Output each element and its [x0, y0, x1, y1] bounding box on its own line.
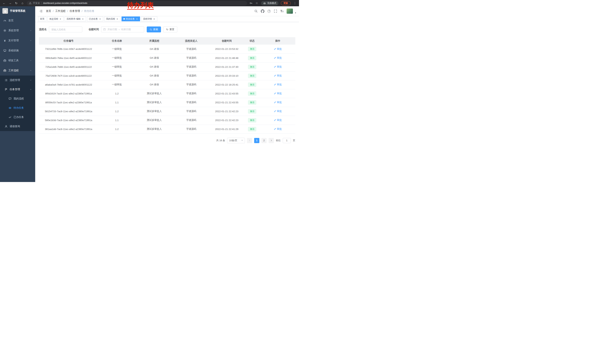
page-size-select[interactable]: 10条/页 — [227, 138, 245, 143]
approve-link[interactable]: 审批 — [274, 47, 282, 51]
approve-link[interactable]: 审批 — [274, 65, 282, 68]
sidebar-item-home[interactable]: 首页 — [0, 16, 35, 25]
close-icon[interactable]: × — [153, 18, 155, 20]
cell-actions: 审批 — [260, 125, 295, 133]
create-time-label: 创建时间 — [89, 28, 99, 31]
start-date-placeholder: 开始日期 — [108, 28, 117, 31]
approve-link[interactable]: 审批 — [274, 119, 282, 122]
process-name-input[interactable] — [49, 26, 82, 32]
approve-link[interactable]: 审批 — [274, 92, 282, 95]
approve-link[interactable]: 审批 — [274, 110, 282, 113]
sidebar-item-label: 请假查询 — [10, 125, 32, 128]
col-process: 所属流程 — [136, 37, 173, 45]
breadcrumb-item-todo-tasks: 待办任务 — [84, 9, 94, 13]
sidebar-item-my-process[interactable]: 我的流程 — [0, 94, 35, 103]
sidebar-item-system[interactable]: 系统管理 — [0, 25, 35, 36]
edit-pencil-icon — [274, 101, 276, 104]
fullscreen-icon[interactable] — [274, 9, 277, 13]
approve-link[interactable]: 审批 — [274, 56, 282, 60]
sidebar-item-leave-query[interactable]: 请假查询 — [0, 122, 35, 131]
tab-start-process[interactable]: 发起流程 × — [47, 16, 64, 21]
sidebar-item-task-management[interactable]: 任务管理 — [0, 85, 35, 94]
password-key-icon[interactable] — [249, 2, 252, 5]
search-icon[interactable] — [254, 9, 258, 13]
sidebar-item-infrastructure[interactable]: 基础设施 — [0, 46, 35, 56]
user-avatar[interactable] — [287, 8, 293, 14]
date-range-picker[interactable]: 开始日期 - 结束日期 — [101, 26, 144, 32]
sidebar-item-payment[interactable]: ¥ 支付管理 — [0, 36, 35, 46]
next-page-button[interactable] — [269, 138, 274, 143]
browser-menu-icon[interactable]: ⋮ — [293, 1, 297, 5]
cell-initiator: 芋道源码 — [173, 62, 209, 71]
cell-task-id: 381aa1dd-7ac8-11ec-a9e2-a2380e71991a — [39, 125, 98, 133]
cell-initiator: 芋道源码 — [173, 54, 209, 62]
status-badge: 激活 — [248, 47, 256, 51]
reset-button[interactable]: ↻ 重置 — [163, 26, 177, 32]
prev-page-button[interactable] — [247, 138, 252, 143]
app-logo-image — [2, 8, 8, 14]
search-button[interactable]: 搜索 — [147, 26, 161, 32]
browser-back-icon[interactable]: ← — [2, 1, 6, 5]
cell-status: 激活 — [244, 54, 260, 62]
approve-link[interactable]: 审批 — [274, 83, 282, 86]
font-size-icon[interactable]: TT — [280, 10, 283, 13]
sidebar-collapse-icon[interactable] — [39, 9, 43, 13]
github-icon[interactable] — [261, 9, 264, 13]
sidebar-item-todo-tasks[interactable]: 待办任务 — [0, 103, 35, 113]
browser-reload-icon[interactable]: ↻ — [15, 1, 18, 5]
help-icon[interactable]: ? — [267, 10, 271, 13]
sidebar-item-process-management[interactable]: 流程管理 — [0, 75, 35, 85]
app-logo[interactable]: 芋道管理系统 — [0, 6, 35, 16]
breadcrumb-item-workflow[interactable]: 工作流程 — [55, 9, 66, 13]
table-row: a6aba0a4-7b6d-11ec-b781-acde48001122 一级审… — [39, 80, 295, 89]
update-button[interactable]: 更新 — [281, 1, 291, 5]
dashboard-icon — [3, 19, 6, 22]
edit-pencil-icon — [274, 110, 276, 112]
app-shell: 芋道管理系统 首页 系统管理 ¥ 支付管理 基础设施 — [0, 6, 299, 182]
close-icon[interactable]: × — [116, 18, 119, 20]
address-bar[interactable]: 不安全 dashboard.yudao.iocoder.cn/bpm/task/… — [27, 1, 247, 6]
tab-process-form-edit[interactable]: 流程表单-编辑 × — [65, 16, 86, 21]
cell-created: 2022-01-22 20:33:10 — [209, 71, 244, 80]
tab-home[interactable]: 首页 — [38, 16, 46, 21]
status-badge: 激活 — [248, 109, 256, 113]
table-row: 8f0d1619-7ac8-11ec-a9e2-a2380e71991a 1.2… — [39, 89, 295, 98]
page-button-1[interactable]: 1 — [254, 138, 259, 143]
tab-my-process[interactable]: 我的流程 × — [104, 16, 120, 21]
security-label: 不安全 — [33, 2, 40, 5]
browser-forward-icon[interactable]: → — [8, 1, 12, 5]
table-body: 73211d9d-7b9b-11ec-b5b7-acde48001122 一级审… — [39, 45, 295, 133]
goto-page-input[interactable] — [283, 138, 291, 143]
tab-process-detail[interactable]: 流程详情 × — [141, 16, 157, 21]
page-button-2[interactable]: 2 — [261, 138, 266, 143]
tab-todo-tasks[interactable]: 待办任务 × — [122, 16, 140, 21]
cell-task-name: 一级审批 — [98, 45, 136, 54]
approve-label: 审批 — [277, 83, 282, 86]
cell-status: 激活 — [244, 125, 260, 133]
close-icon[interactable]: × — [82, 18, 84, 20]
tab-done-tasks[interactable]: 已办任务 × — [87, 16, 103, 21]
cell-initiator: 芋道源码 — [173, 80, 209, 89]
edit-pencil-icon — [274, 48, 276, 50]
close-icon[interactable]: × — [59, 18, 62, 20]
sidebar-item-devtools[interactable]: 研发工具 — [0, 56, 35, 65]
approve-link[interactable]: 审批 — [274, 127, 282, 131]
sidebar-item-done-tasks[interactable]: 已办任务 — [0, 113, 35, 122]
browser-home-icon[interactable]: ⌂ — [21, 1, 24, 5]
close-icon[interactable]: × — [99, 18, 101, 20]
cell-status: 激活 — [244, 116, 260, 125]
close-icon[interactable]: × — [136, 18, 138, 20]
edit-pencil-icon — [274, 57, 276, 59]
bookmark-star-icon[interactable]: ☆ — [255, 1, 259, 5]
cell-task-id: 580e1b3d-7ac8-11ec-a9e2-a2380e71991a — [39, 116, 98, 125]
approve-link[interactable]: 审批 — [274, 74, 282, 77]
breadcrumb-separator: / — [67, 10, 68, 13]
avatar-caret-icon[interactable]: ▾ — [295, 12, 296, 14]
breadcrumb-item-home[interactable]: 首页 — [46, 9, 51, 13]
cell-task-id: 069c6a63-7b8a-11ec-8ef0-acde48001122 — [39, 54, 98, 62]
breadcrumb-item-task-management[interactable]: 任务管理 — [70, 9, 80, 13]
approve-link[interactable]: 审批 — [274, 101, 282, 104]
breadcrumb-separator: / — [82, 10, 83, 13]
main-area: 首页 / 工作流程 / 任务管理 / 待办任务 ? TT ▾ 首页 — [35, 6, 299, 182]
sidebar-item-workflow[interactable]: 工作流程 — [0, 65, 35, 75]
